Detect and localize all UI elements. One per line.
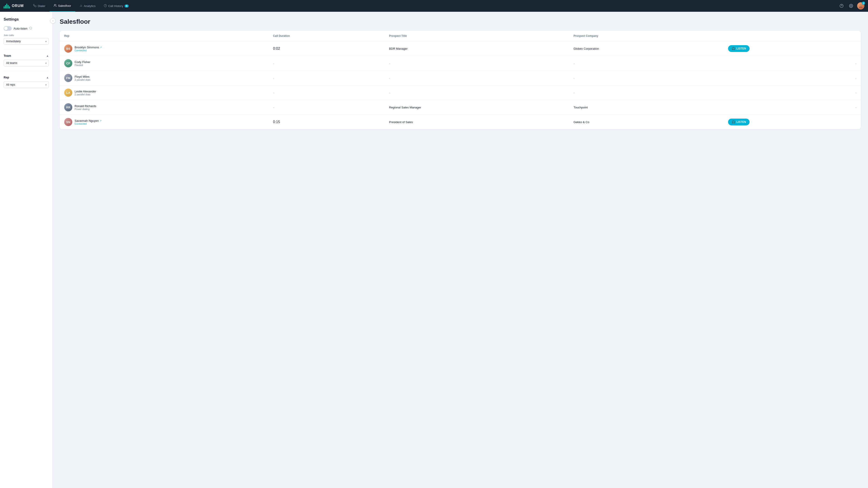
rep-name: Brooklyn Simmons ↗ xyxy=(74,46,102,49)
nav-item-analytics[interactable]: Analytics xyxy=(75,0,100,12)
rep-initials: RR xyxy=(66,106,70,109)
settings-button[interactable] xyxy=(848,2,855,9)
rep-name: Leslie Alexander xyxy=(74,90,96,93)
logo-area: ORUM xyxy=(4,3,24,8)
listen-button[interactable]: 🎧 LISTEN xyxy=(728,45,750,52)
team-select[interactable]: All teams Team A Team B xyxy=(4,60,49,66)
td-prospect-company: - xyxy=(569,86,723,100)
prospect-company: Gekko & Co xyxy=(574,121,589,124)
auto-listen-info-icon[interactable] xyxy=(29,27,32,30)
rep-info: Cody Fisher Paused xyxy=(74,60,90,66)
td-action: - xyxy=(723,56,861,71)
table-row: BS Brooklyn Simmons ↗ Connected 0:02 BDR… xyxy=(60,41,861,56)
prospect-company-dash: - xyxy=(574,91,575,94)
svg-point-9 xyxy=(859,6,862,8)
external-link-icon[interactable]: ↗ xyxy=(100,46,102,48)
td-prospect-title: - xyxy=(384,71,569,86)
call-duration-dash: - xyxy=(273,76,274,80)
rep-filter-header[interactable]: Rep ▲ xyxy=(4,76,49,79)
nav-item-call-history[interactable]: Call History 8 xyxy=(100,0,133,12)
page-title: Salesfloor xyxy=(60,18,861,25)
td-call-duration: - xyxy=(269,86,384,100)
main-layout: ‹ Settings Auto-listen Join calls Immedi… xyxy=(0,0,868,488)
rep-name: Ronald Richards xyxy=(74,104,96,108)
td-rep: LA Leslie Alexander 2 parallel dials xyxy=(60,86,269,100)
rep-status: Power dialing xyxy=(74,108,96,110)
rep-avatar: CF xyxy=(64,59,72,67)
rep-cell: LA Leslie Alexander 2 parallel dials xyxy=(64,89,264,97)
rep-info: Savannah Nguyen ↗ Connected xyxy=(74,119,101,125)
call-history-badge: 8 xyxy=(125,4,129,7)
table-header: Rep Call Duration Prospect Title Prospec… xyxy=(60,31,861,41)
col-rep: Rep xyxy=(60,31,269,41)
td-call-duration: 0:02 xyxy=(269,41,384,56)
salesfloor-table-container: Rep Call Duration Prospect Title Prospec… xyxy=(60,31,861,129)
col-prospect-company: Prospect Company xyxy=(569,31,723,41)
rep-initials: CF xyxy=(66,62,70,65)
rep-avatar: LA xyxy=(64,89,72,97)
col-call-duration: Call Duration xyxy=(269,31,384,41)
rep-select-wrapper: All reps Brooklyn Simmons Cody Fisher Fl… xyxy=(4,81,49,88)
call-duration-dash: - xyxy=(273,106,274,109)
nav-item-dialer[interactable]: Dialer xyxy=(29,0,50,12)
rep-status: Connected xyxy=(74,123,101,125)
td-rep: RR Ronald Richards Power dialing xyxy=(60,100,269,115)
join-calls-label: Join calls xyxy=(4,34,49,37)
col-prospect-title: Prospect Title xyxy=(384,31,569,41)
team-filter-header[interactable]: Team ▲ xyxy=(4,54,49,57)
td-action: 🎧 LISTEN xyxy=(723,41,861,56)
table-row: SN Savannah Nguyen ↗ Connected 0:15 Pres… xyxy=(60,115,861,129)
svg-point-7 xyxy=(850,5,852,6)
team-filter-section: Team ▲ All teams Team A Team B ▾ xyxy=(4,54,49,71)
help-button[interactable] xyxy=(838,2,845,9)
listen-headphone-icon: 🎧 xyxy=(732,121,735,124)
td-call-duration: - xyxy=(269,71,384,86)
collapse-sidebar-button[interactable]: ‹ xyxy=(50,18,56,24)
prospect-title-dash: - xyxy=(389,62,390,65)
main-content: Salesfloor Rep Call Duration Prospect Ti… xyxy=(53,12,868,488)
td-action: - xyxy=(723,100,861,115)
col-action xyxy=(723,31,861,41)
nav-dialer-label: Dialer xyxy=(38,4,45,8)
call-duration-dash: - xyxy=(273,62,274,65)
prospect-company-dash: - xyxy=(574,76,575,80)
prospect-company: Touchpoint xyxy=(574,106,588,109)
nav-salesfloor-label: Salesfloor xyxy=(58,4,71,7)
call-duration: 0:02 xyxy=(273,46,280,51)
listen-button[interactable]: 🎧 LISTEN xyxy=(728,119,750,125)
rep-select[interactable]: All reps Brooklyn Simmons Cody Fisher Fl… xyxy=(4,81,49,88)
nav-analytics-label: Analytics xyxy=(84,4,96,8)
rep-avatar: RR xyxy=(64,103,72,111)
action-empty: - xyxy=(855,91,856,94)
nav-right: 2 xyxy=(838,2,864,9)
external-link-icon[interactable]: ↗ xyxy=(100,120,101,122)
table-row: FM Floyd Miles 3 parallel dials - - - - xyxy=(60,71,861,86)
auto-listen-toggle[interactable] xyxy=(4,26,12,31)
rep-filter-title: Rep xyxy=(4,76,9,79)
rep-initials: FM xyxy=(66,76,70,80)
rep-avatar: FM xyxy=(64,74,72,82)
rep-avatar: SN xyxy=(64,118,72,126)
table-row: CF Cody Fisher Paused - - - - xyxy=(60,56,861,71)
salesfloor-icon xyxy=(54,4,57,8)
td-rep: SN Savannah Nguyen ↗ Connected xyxy=(60,115,269,129)
join-calls-select[interactable]: Immediately After 5 seconds After 10 sec… xyxy=(4,38,49,45)
rep-info: Leslie Alexander 2 parallel dials xyxy=(74,90,96,96)
table-row: RR Ronald Richards Power dialing - Regio… xyxy=(60,100,861,115)
svg-point-0 xyxy=(54,4,55,5)
user-avatar-wrapper[interactable]: 2 xyxy=(857,2,864,9)
prospect-title: President of Sales xyxy=(389,121,413,124)
td-prospect-company: Gekko & Co xyxy=(569,115,723,129)
td-call-duration: - xyxy=(269,100,384,115)
logo-bar-3 xyxy=(6,4,7,8)
td-rep: CF Cody Fisher Paused xyxy=(60,56,269,71)
prospect-title-dash: - xyxy=(389,91,390,94)
td-prospect-title: - xyxy=(384,56,569,71)
logo-bar-5 xyxy=(9,6,10,8)
td-prospect-company: Globex Corporation xyxy=(569,41,723,56)
call-duration-dash: - xyxy=(273,91,274,94)
toggle-knob xyxy=(4,27,8,30)
salesfloor-table: Rep Call Duration Prospect Title Prospec… xyxy=(60,31,861,129)
nav-item-salesfloor[interactable]: Salesfloor xyxy=(50,0,75,12)
rep-avatar: BS xyxy=(64,44,72,53)
